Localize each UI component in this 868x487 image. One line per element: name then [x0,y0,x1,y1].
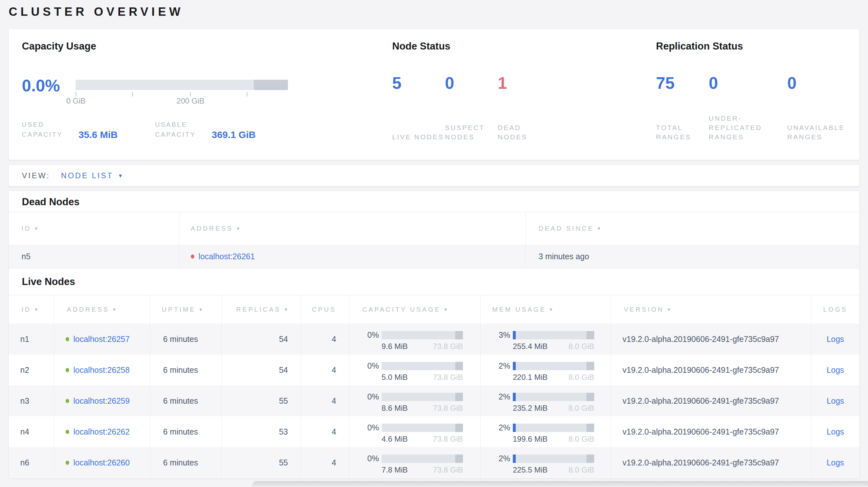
version-cell: v19.2.0-alpha.20190606-2491-gfe735c9a97 [611,447,811,478]
column-header-mem-usage[interactable]: MEM USAGE ▼ [480,295,611,324]
version-cell: v19.2.0-alpha.20190606-2491-gfe735c9a97 [611,324,811,355]
replicas-cell: 54 [222,355,301,385]
sort-arrow-icon: ▼ [284,307,288,312]
live-nodes-title: Live Nodes [22,276,75,288]
column-header-version[interactable]: VERSION ▼ [611,295,811,324]
version-cell: v19.2.0-alpha.20190606-2491-gfe735c9a97 [611,416,811,447]
sort-arrow-icon: ▼ [112,307,117,312]
live-status-dot-icon [66,461,69,465]
sort-arrow-icon: ▼ [199,307,203,312]
capacity-usage-bar [75,80,288,90]
replication-status-heading: Replication Status [656,40,743,52]
page-title: CLUSTER OVERVIEW [9,5,184,19]
node-address-cell: localhost:26259 [54,385,150,416]
uptime-cell: 6 minutes [150,355,222,385]
usable-capacity-stat: USABLE CAPACITY 369.1 GiB [155,120,256,140]
column-header-uptime[interactable]: UPTIME ▼ [150,295,222,324]
mem-usage-cell: 2% 199.6 MiB 8.0 GiB [480,416,611,447]
column-header-cpus: CPUS [301,295,349,324]
capacity-minibar [381,362,463,370]
dead-status-dot-icon [191,254,194,259]
sort-arrow-icon: ▼ [34,307,38,312]
logs-link[interactable]: Logs [827,365,844,375]
node-address-cell: localhost:26257 [54,324,150,355]
column-header-address[interactable]: ADDRESS ▼ [179,212,526,245]
column-header-dead-since[interactable]: DEAD SINCE ▼ [526,212,859,245]
node-address-link[interactable]: localhost:26261 [198,252,255,261]
used-capacity-label: USED CAPACITY [22,120,70,140]
capacity-minibar [381,393,463,401]
dead-table-header-row: ID ▼ ADDRESS ▼ DEAD SINCE ▼ [9,212,859,245]
node-address-link[interactable]: localhost:26258 [73,365,130,375]
mem-usage-cell: 2% 235.2 MiB 8.0 GiB [480,385,611,416]
node-address-link[interactable]: localhost:26262 [73,427,130,436]
dead-nodes-title: Dead Nodes [22,196,80,208]
suspect-nodes-stat: 0 SUSPECT NODES [445,74,498,141]
column-header-id[interactable]: ID ▼ [9,295,54,324]
logs-link[interactable]: Logs [827,458,844,467]
node-id-cell: n1 [9,324,54,355]
live-status-dot-icon [66,368,69,372]
mem-usage-cell: 2% 220.1 MiB 8.0 GiB [480,355,611,385]
logs-link[interactable]: Logs [827,427,844,436]
sort-arrow-icon: ▼ [667,307,671,312]
logs-link[interactable]: Logs [827,396,844,405]
column-header-capacity-usage[interactable]: CAPACITY USAGE ▼ [349,295,480,324]
node-id-cell: n6 [9,447,54,478]
replicas-cell: 55 [222,385,301,416]
chevron-down-icon: ▼ [118,173,124,179]
capacity-minibar [381,424,463,432]
replicas-cell: 53 [222,416,301,447]
version-cell: v19.2.0-alpha.20190606-2491-gfe735c9a97 [611,355,811,385]
mem-minibar [513,455,594,463]
node-id-cell: n3 [9,385,54,416]
table-row: n2 localhost:26258 6 minutes 54 4 0% [9,355,859,385]
cpus-cell: 4 [301,385,349,416]
axis-tick-label: 200 GiB [177,97,205,105]
node-id-cell: n4 [9,416,54,447]
view-label: VIEW: [22,171,50,180]
replicas-cell: 54 [222,324,301,355]
dead-nodes-table: ID ▼ ADDRESS ▼ DEAD SINCE ▼ n5 local [9,212,859,268]
mem-usage-cell: 3% 255.4 MiB 8.0 GiB [480,324,611,355]
logs-link[interactable]: Logs [827,334,844,344]
column-header-logs: LOGS [811,295,859,324]
capacity-minibar [381,455,463,463]
mem-minibar [513,362,594,370]
view-dropdown[interactable]: NODE LIST ▼ [61,171,125,180]
replicas-cell: 55 [222,447,301,478]
sort-arrow-icon: ▼ [236,226,240,231]
live-status-dot-icon [66,399,69,403]
cpus-cell: 4 [301,324,349,355]
axis-tick-label: 0 GiB [66,97,86,105]
logs-cell: Logs [811,324,859,355]
capacity-bar-dark-segment [254,80,288,90]
capacity-usage-heading: Capacity Usage [22,40,96,52]
live-status-dot-icon [66,337,69,341]
table-row: n1 localhost:26257 6 minutes 54 4 0% [9,324,859,355]
unavailable-ranges-stat: 0 UNAVAILABLE RANGES [787,74,861,141]
view-selector-bar: VIEW: NODE LIST ▼ [9,165,859,187]
sort-arrow-icon: ▼ [444,307,448,312]
node-id-cell: n5 [9,245,179,268]
node-address-cell: localhost:26258 [54,355,150,385]
node-address-cell: localhost:26262 [54,416,150,447]
live-nodes-stat: 5 LIVE NODES [392,74,445,141]
node-address-link[interactable]: localhost:26259 [73,396,130,405]
cpus-cell: 4 [301,416,349,447]
version-cell: v19.2.0-alpha.20190606-2491-gfe735c9a97 [611,385,811,416]
node-address-cell: localhost:26260 [54,447,150,478]
dead-since-cell: 3 minutes ago [526,245,859,268]
capacity-usage-cell: 0% 8.6 MiB 73.8 GiB [349,385,480,416]
logs-cell: Logs [811,416,859,447]
axis-tick [190,92,191,97]
node-address-link[interactable]: localhost:26257 [73,334,130,344]
column-header-id[interactable]: ID ▼ [9,212,179,245]
logs-cell: Logs [811,355,859,385]
node-address-link[interactable]: localhost:26260 [73,458,130,467]
column-header-replicas[interactable]: REPLICAS ▼ [222,295,301,324]
sort-arrow-icon: ▼ [549,307,553,312]
table-row: n3 localhost:26259 6 minutes 55 4 0% [9,385,859,416]
mem-usage-cell: 2% 225.5 MiB 8.0 GiB [480,447,611,478]
column-header-address[interactable]: ADDRESS ▼ [54,295,150,324]
